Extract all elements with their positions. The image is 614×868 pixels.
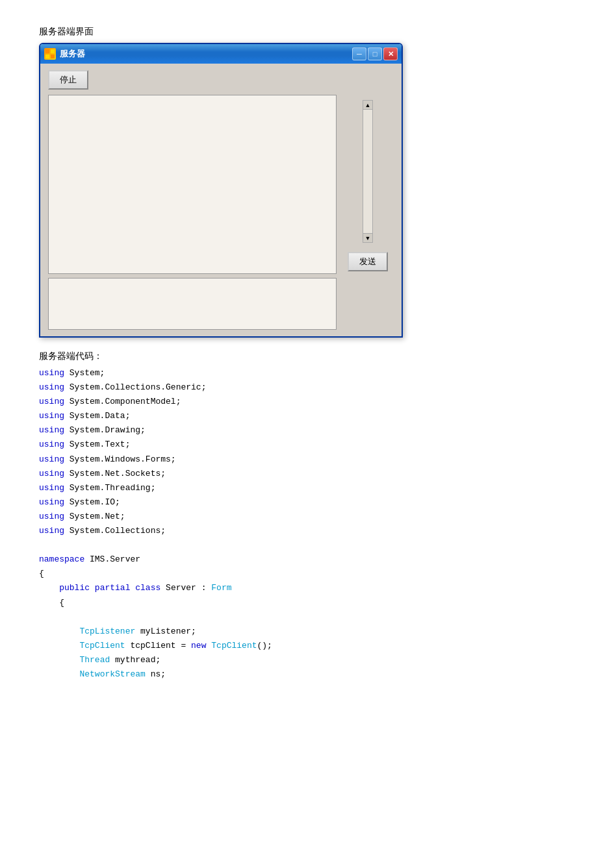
code-line-20: NetworkStream ns; — [39, 667, 575, 682]
svg-rect-2 — [45, 55, 49, 58]
code-line-14: { — [39, 567, 575, 581]
window-icon — [44, 48, 56, 60]
svg-rect-3 — [51, 55, 55, 58]
code-line-16: { — [39, 596, 575, 610]
minimize-button[interactable]: ─ — [352, 47, 366, 60]
send-area: 发送 — [348, 252, 388, 271]
code-line-8: using System.Net.Sockets; — [39, 467, 575, 481]
server-window: 服务器 ─ □ ✕ 停止 ▲ ▼ — [39, 43, 403, 338]
side-panel: ▲ ▼ 发送 — [342, 95, 394, 330]
code-line-13: namespace IMS.Server — [39, 552, 575, 567]
svg-rect-1 — [51, 49, 55, 53]
code-line-2: using System.Collections.Generic; — [39, 380, 575, 395]
send-button[interactable]: 发送 — [348, 252, 388, 271]
title-left: 服务器 — [44, 48, 85, 60]
close-button[interactable]: ✕ — [383, 47, 398, 60]
code-line-blank1 — [39, 538, 575, 552]
input-textbox[interactable] — [48, 278, 337, 330]
server-ui-label: 服务器端界面 — [39, 26, 575, 38]
code-line-3: using System.ComponentModel; — [39, 395, 575, 409]
code-line-4: using System.Data; — [39, 409, 575, 423]
code-section-label: 服务器端代码： — [39, 351, 575, 362]
code-line-1: using System; — [39, 366, 575, 380]
toolbar: 停止 — [48, 70, 394, 90]
listbox-scrollbar[interactable]: ▲ ▼ — [363, 100, 373, 243]
code-line-7: using System.Windows.Forms; — [39, 453, 575, 467]
code-line-10: using System.IO; — [39, 495, 575, 510]
code-line-11: using System.Net; — [39, 510, 575, 524]
stop-button[interactable]: 停止 — [48, 70, 88, 90]
code-line-5: using System.Drawing; — [39, 423, 575, 438]
maximize-button[interactable]: □ — [368, 47, 382, 60]
code-block: using System; using System.Collections.G… — [39, 366, 575, 682]
code-line-15: public partial class Server : Form — [39, 581, 575, 595]
main-panel — [48, 95, 337, 330]
code-line-17: TcpListener myListener; — [39, 625, 575, 639]
titlebar: 服务器 ─ □ ✕ — [40, 44, 402, 64]
code-line-19: Thread mythread; — [39, 653, 575, 667]
svg-rect-0 — [45, 49, 49, 53]
content-area: ▲ ▼ 发送 — [48, 95, 394, 330]
code-line-blank2 — [39, 610, 575, 625]
code-line-18: TcpClient tcpClient = new TcpClient(); — [39, 639, 575, 653]
window-body: 停止 ▲ ▼ 发送 — [40, 64, 402, 336]
code-line-12: using System.Collections; — [39, 524, 575, 538]
code-line-6: using System.Text; — [39, 438, 575, 452]
window-controls: ─ □ ✕ — [352, 47, 398, 60]
code-line-9: using System.Threading; — [39, 481, 575, 495]
window-title: 服务器 — [60, 48, 85, 60]
message-listbox[interactable] — [48, 95, 337, 274]
